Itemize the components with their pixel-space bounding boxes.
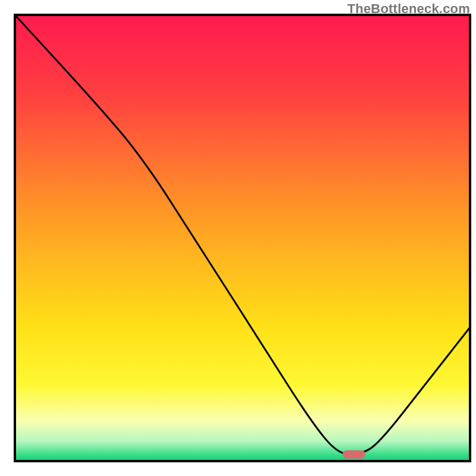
chart-container: TheBottleneck.com — [0, 0, 476, 476]
bottleneck-chart — [0, 0, 476, 476]
watermark-text: TheBottleneck.com — [347, 1, 470, 17]
sweet-spot-marker — [343, 450, 365, 459]
gradient-background — [15, 15, 470, 461]
